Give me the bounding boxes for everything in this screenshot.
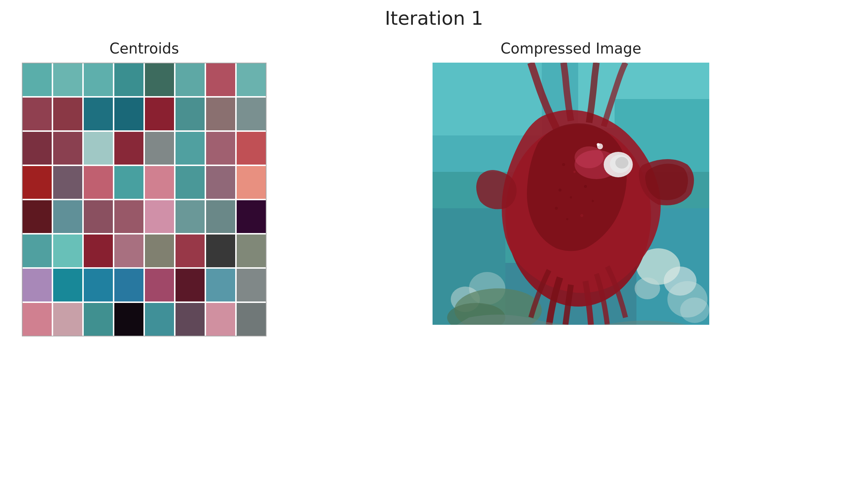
color-cell [23, 98, 52, 130]
svg-point-28 [566, 218, 568, 220]
color-cell [175, 234, 205, 267]
color-cell [53, 98, 82, 130]
color-cell [145, 269, 174, 301]
svg-point-30 [599, 174, 601, 177]
color-cell [23, 269, 52, 301]
color-cell [206, 234, 235, 267]
svg-point-23 [584, 185, 587, 188]
color-cell [84, 63, 113, 96]
color-grid [22, 63, 267, 336]
color-cell [206, 269, 235, 301]
color-cell [145, 98, 174, 130]
color-cell [23, 166, 52, 199]
svg-point-25 [562, 163, 565, 166]
color-cell [145, 132, 174, 165]
color-cell [145, 234, 174, 267]
color-cell [175, 269, 205, 301]
color-cell [175, 166, 205, 199]
color-cell [114, 234, 143, 267]
color-cell [206, 132, 235, 165]
svg-point-29 [555, 207, 558, 210]
color-cell [237, 98, 266, 130]
color-cell [175, 200, 205, 233]
svg-point-20 [615, 157, 628, 169]
color-cell [114, 63, 143, 96]
color-cell [237, 234, 266, 267]
color-cell [206, 166, 235, 199]
svg-point-24 [573, 171, 576, 173]
color-cell [53, 303, 82, 336]
color-cell [114, 132, 143, 165]
color-cell [84, 98, 113, 130]
svg-point-22 [570, 196, 572, 198]
color-cell [84, 234, 113, 267]
centroids-label: Centroids [110, 40, 179, 57]
color-cell [114, 303, 143, 336]
color-cell [114, 269, 143, 301]
color-cell [23, 303, 52, 336]
color-cell [23, 63, 52, 96]
color-cell [145, 63, 174, 96]
color-cell [114, 166, 143, 199]
color-cell [145, 303, 174, 336]
svg-point-21 [559, 189, 561, 192]
color-cell [53, 132, 82, 165]
color-cell [53, 63, 82, 96]
color-cell [175, 63, 205, 96]
color-cell [237, 269, 266, 301]
color-cell [53, 234, 82, 267]
color-cell [114, 200, 143, 233]
color-cell [53, 200, 82, 233]
color-cell [23, 132, 52, 165]
color-cell [84, 269, 113, 301]
color-cell [237, 63, 266, 96]
color-cell [145, 200, 174, 233]
color-cell [237, 200, 266, 233]
right-panel: Compressed Image [296, 40, 846, 325]
color-cell [206, 200, 235, 233]
color-cell [53, 166, 82, 199]
compressed-image-label: Compressed Image [501, 40, 642, 57]
svg-point-27 [580, 214, 583, 217]
compressed-image-container [433, 63, 709, 325]
color-cell [84, 200, 113, 233]
color-cell [23, 200, 52, 233]
color-cell [114, 98, 143, 130]
svg-point-10 [635, 277, 660, 299]
svg-rect-2 [433, 63, 542, 135]
color-cell [84, 166, 113, 199]
color-cell [53, 269, 82, 301]
color-cell [175, 303, 205, 336]
color-cell [206, 303, 235, 336]
color-cell [237, 132, 266, 165]
color-cell [237, 303, 266, 336]
color-cell [206, 63, 235, 96]
svg-point-17 [575, 146, 604, 168]
color-cell [145, 166, 174, 199]
color-cell [175, 98, 205, 130]
svg-point-26 [592, 200, 594, 202]
color-cell [175, 132, 205, 165]
color-cell [23, 234, 52, 267]
left-panel: Centroids [22, 40, 267, 336]
color-cell [237, 166, 266, 199]
color-cell [206, 98, 235, 130]
svg-point-32 [597, 143, 600, 146]
page-title: Iteration 1 [0, 0, 868, 33]
svg-point-34 [680, 297, 709, 323]
color-cell [84, 132, 113, 165]
color-cell [84, 303, 113, 336]
compressed-image [433, 63, 709, 325]
